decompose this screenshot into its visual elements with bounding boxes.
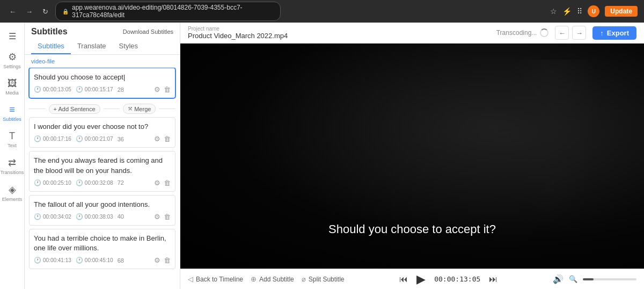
reload-btn[interactable]: ↻ [40,6,51,17]
start-clock-icon-1: 🕐 [34,86,41,93]
panel-tabs: Subtitles Translate Styles [25,39,180,55]
extensions-icon[interactable]: ⚡ [562,7,572,16]
undo-button[interactable]: ← [555,26,569,40]
subtitle-meta-4: 🕐 00:00:34:02 🕐 00:00:38:03 40 ⚙ 🗑 [34,213,171,221]
sidebar-item-subtitles[interactable]: ≡ Subtitles [1,101,24,125]
tab-styles[interactable]: Styles [113,39,144,54]
sidebar-item-elements[interactable]: ◈ Elements [1,180,24,205]
tab-translate[interactable]: Translate [71,39,113,54]
char-count-4: 40 [118,213,124,220]
tab-subtitles[interactable]: Subtitles [31,39,71,54]
start-clock-icon-5: 🕐 [34,257,41,264]
start-time-2: 🕐 00:00:17:16 [34,135,71,142]
split-subtitle-button[interactable]: ⌀ Split Subtitle [302,275,345,283]
subtitle-card-1[interactable]: Should you choose to accept| 🕐 00:00:13:… [29,68,175,98]
subtitle-actions-1: ⚙ 🗑 [154,85,171,93]
project-bar: Project name Product Video_March 2022.mp… [180,23,644,44]
delete-action-2[interactable]: 🗑 [164,135,171,143]
transcoding-spinner [540,28,548,37]
video-file-link[interactable]: video-file [25,55,180,68]
back-to-timeline-button[interactable]: ◁ Back to Timeline [188,275,243,283]
video-container: Project name Product Video_March 2022.mp… [180,23,644,289]
settings-action-5[interactable]: ⚙ [154,256,160,264]
avatar[interactable]: U [588,5,599,17]
line-left [29,109,46,109]
bottom-right-controls: 🔊 🔍 [553,274,636,284]
char-count-3: 72 [118,179,124,186]
end-time-1: 🕐 00:00:15:17 [76,86,113,93]
split-icon: ⌀ [302,275,306,283]
settings-action-3[interactable]: ⚙ [154,179,160,187]
volume-icon[interactable]: 🔊 [553,274,564,284]
browser-chrome: ← → ↻ 🔒 app.wearenova.ai/video-editing/0… [0,0,644,23]
subtitle-card-2[interactable]: I wonder did you ever choose not to? 🕐 0… [29,117,175,148]
subtitle-meta-3: 🕐 00:00:25:10 🕐 00:00:32:08 72 ⚙ 🗑 [34,179,171,187]
lock-icon: 🔒 [62,9,69,15]
fast-forward-button[interactable]: ⏭ [489,274,497,284]
sidebar-item-settings[interactable]: ⚙ Settings [1,48,24,73]
sidebar-label-text: Text [8,143,17,148]
grid-icon[interactable]: ⠿ [577,7,582,16]
download-subtitles-link[interactable]: Download Subtitles [123,28,173,35]
menu-icon[interactable]: ☰ [9,27,16,46]
rewind-button[interactable]: ⏮ [399,274,408,284]
update-button[interactable]: Update [605,6,638,17]
bottom-left-controls: ◁ Back to Timeline ⊕ Add Subtitle ⌀ Spli… [188,275,344,283]
add-subtitle-icon: ⊕ [251,275,257,283]
delete-action-4[interactable]: 🗑 [164,213,171,221]
add-subtitle-button[interactable]: ⊕ Add Subtitle [251,275,294,283]
play-button[interactable]: ▶ [416,272,426,286]
url-bar[interactable]: 🔒 app.wearenova.ai/video-editing/0801482… [55,2,281,21]
subtitle-actions-2: ⚙ 🗑 [154,135,171,143]
transitions-icon: ⇄ [8,157,16,169]
browser-right: ☆ ⚡ ⠿ U Update [550,5,638,17]
delete-action-1[interactable]: 🗑 [164,85,171,93]
start-clock-icon-4: 🕐 [34,213,41,220]
char-count-1: 28 [118,86,124,93]
end-time-2: 🕐 00:00:21:07 [76,135,113,142]
sidebar-label-elements: Elements [2,197,23,202]
sidebar-item-media[interactable]: 🖼 Media [1,75,24,99]
sidebar-label-transitions: Transitions [1,170,24,175]
export-icon: ↑ [600,29,604,37]
sidebar-label-settings: Settings [3,64,21,69]
settings-action-1[interactable]: ⚙ [154,85,160,93]
subtitle-text-2: I wonder did you ever choose not to? [34,122,171,132]
merge-button[interactable]: ⤲ Merge [123,104,156,114]
end-clock-icon-2: 🕐 [76,135,83,142]
transcoding-label: Transcoding... [496,29,537,37]
nav-controls: ← → ↻ 🔒 app.wearenova.ai/video-editing/0… [6,2,550,21]
subtitle-meta-1: 🕐 00:00:13:05 🕐 00:00:15:17 28 ⚙ 🗑 [34,85,171,93]
end-clock-icon-4: 🕐 [76,213,83,220]
settings-action-4[interactable]: ⚙ [154,213,160,221]
delete-action-3[interactable]: 🗑 [164,179,171,187]
merge-icon: ⤲ [128,105,133,112]
sidebar-item-transitions[interactable]: ⇄ Transitions [1,154,24,178]
end-time-4: 🕐 00:00:38:03 [76,213,113,220]
redo-button[interactable]: → [572,26,586,40]
volume-slider[interactable] [583,278,636,280]
transcoding-indicator: Transcoding... [496,28,549,37]
subtitles-panel: Subtitles Download Subtitles Subtitles T… [25,23,180,289]
zoom-out-icon[interactable]: 🔍 [569,275,577,283]
export-button[interactable]: ↑ Export [592,26,636,40]
settings-action-2[interactable]: ⚙ [154,135,160,143]
back-btn[interactable]: ← [6,6,19,17]
end-clock-icon-5: 🕐 [76,257,83,264]
add-sentence-button[interactable]: + Add Sentence [49,104,100,114]
subtitle-card-3[interactable]: The end you always feared is coming and … [29,151,175,191]
sidebar-item-text[interactable]: T Text [1,127,24,151]
subtitle-card-5[interactable]: You had a terrible choice to make in Ber… [29,229,175,269]
start-clock-icon-3: 🕐 [34,179,41,186]
delete-action-5[interactable]: 🗑 [164,256,171,264]
video-player[interactable]: Should you choose to accept it? [180,44,644,269]
start-time-4: 🕐 00:00:34:02 [34,213,71,220]
subtitle-meta-5: 🕐 00:00:41:13 🕐 00:00:45:10 68 ⚙ 🗑 [34,256,171,264]
subtitle-card-4[interactable]: The fallout of all your good intentions.… [29,195,175,226]
forward-btn[interactable]: → [23,6,35,17]
star-icon[interactable]: ☆ [550,7,557,16]
line-mid [104,109,120,109]
end-time-3: 🕐 00:00:32:08 [76,179,113,186]
subtitle-actions-5: ⚙ 🗑 [154,256,171,264]
end-clock-icon-3: 🕐 [76,179,83,186]
